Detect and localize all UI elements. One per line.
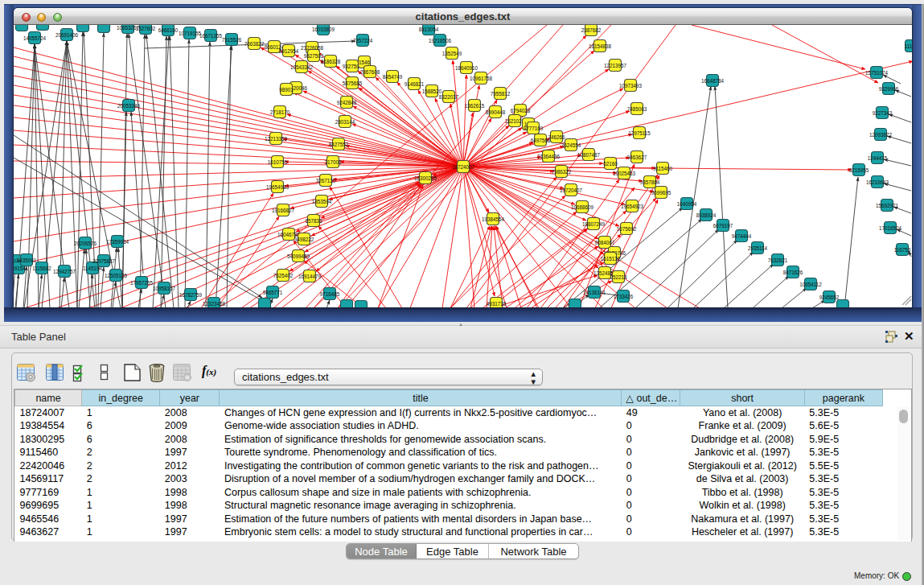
svg-text:9463627: 9463627: [627, 154, 647, 160]
svg-text:1610755: 1610755: [268, 159, 288, 165]
svg-text:6466160: 6466160: [158, 27, 179, 33]
svg-text:8427552: 8427552: [329, 142, 349, 147]
svg-text:18300295: 18300295: [414, 175, 437, 181]
svg-text:1435061: 1435061: [17, 257, 37, 263]
svg-text:9245652: 9245652: [819, 295, 840, 300]
svg-text:9242848: 9242848: [337, 100, 357, 105]
svg-text:18724007: 18724007: [452, 164, 475, 170]
svg-text:10688609: 10688609: [571, 204, 594, 210]
svg-text:7515526: 7515526: [222, 37, 242, 43]
svg-text:15720407: 15720407: [560, 187, 583, 193]
svg-text:16033809: 16033809: [312, 27, 335, 32]
svg-text:17016504: 17016504: [879, 225, 902, 231]
svg-text:1075692: 1075692: [617, 226, 637, 232]
svg-text:16210643: 16210643: [866, 179, 889, 185]
svg-text:12213369: 12213369: [265, 136, 288, 142]
svg-text:16914479: 16914479: [298, 274, 322, 279]
svg-text:8938924: 8938924: [696, 212, 717, 218]
svg-text:16154838: 16154838: [589, 43, 612, 49]
svg-text:12323468: 12323468: [203, 301, 226, 307]
svg-text:8186328: 8186328: [321, 59, 341, 64]
svg-text:1362615: 1362615: [465, 103, 485, 109]
svg-text:10719155: 10719155: [179, 31, 202, 36]
svg-text:17359934: 17359934: [106, 239, 129, 245]
svg-text:20691406: 20691406: [55, 32, 79, 38]
svg-text:19384554: 19384554: [482, 216, 505, 222]
svg-text:19654923: 19654923: [621, 204, 644, 209]
svg-text:7663822: 7663822: [244, 41, 265, 47]
svg-text:62160: 62160: [603, 161, 618, 167]
svg-text:9115460: 9115460: [653, 166, 673, 171]
svg-text:17957255: 17957255: [130, 280, 154, 286]
svg-text:317006: 317006: [324, 159, 342, 165]
svg-text:9465771: 9465771: [263, 290, 283, 295]
svg-text:1352549: 1352549: [442, 51, 462, 56]
svg-text:10025453: 10025453: [613, 171, 636, 176]
svg-text:8471626: 8471626: [783, 270, 803, 275]
svg-text:6794028: 6794028: [511, 108, 531, 113]
svg-text:8912954: 8912954: [279, 48, 299, 54]
svg-text:1588520: 1588520: [422, 89, 442, 94]
svg-text:19166827: 19166827: [272, 208, 295, 213]
svg-text:2387682: 2387682: [581, 27, 602, 33]
svg-text:9827503: 9827503: [304, 53, 324, 59]
svg-text:1244415: 1244415: [868, 155, 888, 161]
svg-text:20053346: 20053346: [117, 103, 141, 109]
svg-text:10973493: 10973493: [619, 83, 643, 89]
svg-text:10807487: 10807487: [577, 152, 601, 158]
svg-text:8215955: 8215955: [849, 167, 869, 173]
svg-text:16648784: 16648784: [701, 78, 725, 84]
svg-text:857833: 857833: [305, 218, 322, 224]
svg-text:9084067: 9084067: [595, 240, 615, 245]
svg-text:21364436: 21364436: [537, 154, 561, 159]
svg-text:15692971: 15692971: [876, 203, 899, 208]
svg-text:15751074: 15751074: [865, 70, 889, 76]
svg-text:12505135: 12505135: [105, 273, 128, 278]
svg-text:7485063: 7485063: [627, 106, 647, 112]
svg-text:14055724: 14055724: [23, 35, 47, 41]
svg-text:1615132: 1615132: [601, 256, 621, 262]
svg-text:9777169: 9777169: [524, 126, 544, 131]
svg-text:19218506: 19218506: [429, 38, 452, 43]
svg-text:10958107: 10958107: [153, 286, 176, 291]
svg-text:16782759: 16782759: [179, 292, 203, 298]
svg-text:30975887: 30975887: [92, 258, 116, 264]
svg-text:116753: 116753: [894, 247, 911, 253]
svg-text:7357224: 7357224: [353, 38, 373, 43]
svg-text:7625402: 7625402: [273, 273, 294, 278]
svg-text:14136141: 14136141: [583, 290, 606, 295]
svg-text:3267130: 3267130: [316, 178, 336, 183]
svg-text:1546: 1546: [359, 60, 371, 65]
svg-text:12975115: 12975115: [628, 130, 651, 136]
svg-text:20206576: 20206576: [74, 241, 97, 246]
svg-text:18640910: 18640910: [455, 65, 478, 71]
svg-text:2803144: 2803144: [335, 119, 355, 125]
svg-text:9329966: 9329966: [879, 86, 899, 92]
svg-text:746266: 746266: [548, 134, 565, 140]
svg-text:5875685: 5875685: [343, 80, 363, 86]
svg-text:7955812: 7955812: [491, 91, 511, 97]
svg-text:252214: 252214: [610, 274, 627, 280]
svg-text:19654983: 19654983: [266, 184, 290, 190]
svg-text:9699695: 9699695: [651, 190, 671, 196]
svg-text:12093872: 12093872: [869, 132, 893, 138]
svg-text:2718170: 2718170: [270, 109, 290, 115]
svg-text:8454749: 8454749: [383, 74, 403, 80]
svg-text:8990448: 8990448: [486, 109, 506, 115]
svg-text:98901: 98901: [279, 87, 294, 93]
svg-text:7986322: 7986322: [552, 169, 572, 175]
svg-text:1527602: 1527602: [136, 26, 156, 31]
svg-text:4931738: 4931738: [487, 301, 507, 307]
svg-text:8813054: 8813054: [419, 27, 439, 32]
svg-text:9716485: 9716485: [320, 291, 340, 297]
svg-text:3624554: 3624554: [561, 142, 581, 148]
svg-text:3498222: 3498222: [294, 237, 314, 242]
svg-text:9227343: 9227343: [873, 110, 893, 116]
svg-text:18807249: 18807249: [582, 221, 606, 227]
svg-text:12942757: 12942757: [53, 269, 76, 274]
svg-text:10654112: 10654112: [799, 282, 822, 287]
svg-text:2935114: 2935114: [748, 245, 768, 251]
svg-text:1640954: 1640954: [677, 201, 697, 207]
svg-text:1353594: 1353594: [312, 199, 332, 204]
svg-text:10961758: 10961758: [470, 76, 493, 81]
